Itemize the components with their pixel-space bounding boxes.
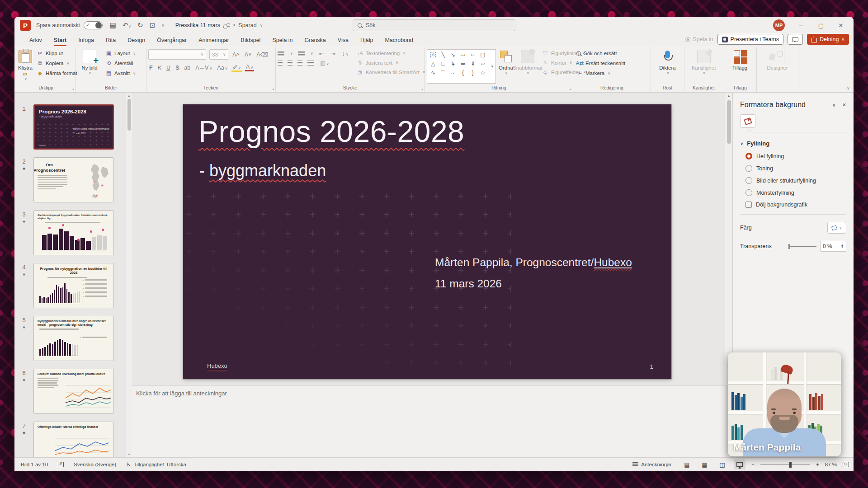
change-case-icon[interactable]: Aa∨ bbox=[216, 65, 228, 71]
decrease-indent-icon[interactable]: ⇤ bbox=[318, 50, 325, 57]
font-size-combo[interactable]: 33∨ bbox=[209, 49, 228, 60]
line-spacing-icon[interactable]: ↕∨ bbox=[341, 51, 349, 57]
maximize-button[interactable]: ▢ bbox=[811, 18, 831, 33]
layout-button[interactable]: ▣Layout∨ bbox=[104, 48, 137, 58]
fill-tab-button[interactable] bbox=[740, 114, 755, 128]
thumbnail-item-7[interactable]: 7★ Offentliga lokaler: starka offentliga… bbox=[18, 422, 126, 457]
font-dialog-launcher-icon[interactable]: ⌟ bbox=[272, 86, 274, 90]
reading-view-button[interactable]: ◫ bbox=[716, 460, 728, 469]
slide-date-line[interactable]: 11 mars 2026 bbox=[435, 277, 502, 290]
document-title-area[interactable]: Pressfika 11 mars • Sparad ∨ bbox=[175, 22, 263, 28]
zoom-out-button[interactable]: − bbox=[751, 462, 755, 467]
increase-indent-icon[interactable]: ⇥ bbox=[330, 50, 336, 57]
slide-1-thumbnail[interactable]: Prognos 2026-2028 - byggmarknaden Mårten… bbox=[33, 104, 114, 150]
thumbnail-item-2[interactable]: 2★ Om Prognoscentret ✳ ✳ ✳ bbox=[18, 157, 126, 202]
oval-shape-icon[interactable]: ○ bbox=[471, 52, 475, 58]
numbering-icon[interactable] bbox=[298, 51, 305, 56]
triangle-shape-icon[interactable]: △ bbox=[431, 61, 435, 67]
thumbnail-item-5[interactable]: 5★ Nybyggnationen minska men högre än hi… bbox=[18, 316, 126, 361]
arrange-button[interactable]: Ordna∨ bbox=[499, 48, 513, 75]
tab-macrobond[interactable]: Macrobond bbox=[380, 35, 418, 46]
panel-chevron-icon[interactable]: ∨ bbox=[832, 102, 836, 108]
right-arrow-shape-icon[interactable]: ⇒ bbox=[461, 61, 465, 67]
slide-author-line[interactable]: Mårten Pappila, Prognoscentret/Hubexo bbox=[435, 256, 632, 269]
clipboard-dialog-launcher-icon[interactable]: ⌟ bbox=[72, 86, 74, 90]
right-brace-shape-icon[interactable]: } bbox=[472, 70, 474, 76]
rounded-rect-shape-icon[interactable]: ▢ bbox=[480, 52, 485, 58]
slideshow-from-start-icon[interactable]: ⊡ bbox=[150, 21, 156, 29]
shapes-gallery-more-icon[interactable]: ▼ bbox=[489, 49, 496, 84]
scribble-shape-icon[interactable]: ∿ bbox=[431, 70, 435, 76]
redo-icon[interactable]: ↻ bbox=[137, 21, 143, 29]
addins-button[interactable]: Tillägg bbox=[728, 48, 752, 71]
notes-placeholder[interactable]: Klicka för att lägga till anteckningar bbox=[136, 390, 725, 397]
undo-icon[interactable]: ↶∨ bbox=[123, 21, 131, 29]
share-button[interactable]: Delning∨ bbox=[807, 34, 849, 45]
slide-4-thumbnail[interactable]: Prognos för nybyggnation av bostäder til… bbox=[33, 263, 114, 308]
tab-rita[interactable]: Rita bbox=[101, 35, 121, 46]
down-arrow-shape-icon[interactable]: ⇓ bbox=[471, 61, 475, 67]
transparency-slider[interactable] bbox=[788, 246, 816, 247]
slide-title[interactable]: Prognos 2026-2028 bbox=[198, 114, 464, 149]
slideshow-view-button[interactable] bbox=[734, 460, 745, 469]
font-name-combo[interactable]: ∨ bbox=[148, 49, 206, 60]
tab-arkiv[interactable]: Arkiv bbox=[24, 35, 47, 46]
slide-counter[interactable]: Bild 1 av 10 bbox=[21, 462, 48, 467]
color-dropdown-button[interactable]: ∨ bbox=[827, 222, 846, 234]
presenter-webcam[interactable]: Mårten Pappila bbox=[728, 352, 841, 456]
zoom-level[interactable]: 87 % bbox=[825, 462, 837, 467]
line-shape-icon[interactable]: ╲ bbox=[441, 52, 444, 58]
notes-toggle-button[interactable]: Anteckningar bbox=[632, 462, 671, 467]
autosave-toggle[interactable]: ✓ bbox=[84, 21, 103, 29]
tab-design[interactable]: Design bbox=[123, 35, 150, 46]
slide-7-thumbnail[interactable]: Offentliga lokaler: starka offentliga fi… bbox=[33, 422, 114, 457]
toolbar-overflow-icon[interactable]: ∨ bbox=[161, 23, 165, 28]
align-center-icon[interactable] bbox=[288, 61, 292, 66]
left-brace-shape-icon[interactable]: { bbox=[462, 70, 464, 76]
tab-animeringar[interactable]: Animeringar bbox=[193, 35, 234, 46]
star-shape-icon[interactable]: ☆ bbox=[481, 70, 486, 76]
align-right-icon[interactable] bbox=[297, 61, 302, 66]
tab-bildspel[interactable]: Bildspel bbox=[236, 35, 266, 46]
option-gradient-fill[interactable]: Toning bbox=[745, 165, 846, 172]
copy-button[interactable]: ⧉Kopiera∨ bbox=[35, 58, 79, 68]
scroll-down-icon[interactable]: ▼ bbox=[127, 453, 131, 456]
fit-to-window-icon[interactable] bbox=[843, 462, 849, 467]
rectangle-shape-icon[interactable]: ▭ bbox=[460, 52, 465, 58]
bold-icon[interactable]: F bbox=[148, 65, 154, 71]
slide-3-thumbnail[interactable]: Återhämtningen på byggmarknaden fortsätt… bbox=[33, 210, 114, 255]
justify-icon[interactable] bbox=[307, 61, 314, 66]
strikethrough-icon[interactable]: ab bbox=[183, 65, 191, 71]
tab-hjalp[interactable]: Hjälp bbox=[355, 35, 378, 46]
save-icon[interactable]: ▤ bbox=[110, 21, 116, 29]
columns-icon[interactable]: ▥∨ bbox=[319, 60, 330, 66]
slide-sorter-view-button[interactable]: ▦ bbox=[698, 460, 710, 469]
format-painter-button[interactable]: ◆Hämta format bbox=[35, 68, 79, 78]
search-box[interactable]: Sök bbox=[353, 19, 515, 31]
thumbnail-item-4[interactable]: 4★ Prognos för nybyggnation av bostäder … bbox=[18, 263, 126, 308]
font-color-icon[interactable]: A∨ bbox=[245, 64, 254, 71]
zoom-slider-knob[interactable] bbox=[789, 462, 792, 468]
language-status[interactable]: Svenska (Sverige) bbox=[74, 462, 116, 467]
slide-footer[interactable]: Hubexo bbox=[207, 362, 227, 369]
bullets-icon[interactable] bbox=[278, 51, 284, 56]
elbow-arrow-shape-icon[interactable]: ↳ bbox=[451, 61, 455, 67]
text-box-icon[interactable]: A bbox=[430, 52, 436, 57]
user-avatar[interactable]: MP bbox=[773, 19, 785, 31]
tab-granska[interactable]: Granska bbox=[300, 35, 331, 46]
thumbnail-item-1[interactable]: 1 Prognos 2026-2028 - byggmarknaden Mårt… bbox=[18, 104, 126, 150]
paragraph-dialog-launcher-icon[interactable]: ⌟ bbox=[421, 86, 423, 90]
flowchart-shape-icon[interactable]: ▱ bbox=[481, 61, 485, 67]
option-pattern-fill[interactable]: Mönsterfyllning bbox=[745, 189, 846, 196]
text-shadow-icon[interactable]: S bbox=[175, 65, 180, 71]
panel-close-icon[interactable]: ✕ bbox=[842, 102, 846, 108]
italic-icon[interactable]: K bbox=[157, 65, 162, 71]
underline-icon[interactable]: U bbox=[165, 65, 171, 71]
thumbnail-item-6[interactable]: 6★ Lokaler: blandad utveckling inom priv… bbox=[18, 369, 126, 414]
close-button[interactable]: ✕ bbox=[831, 18, 851, 33]
tab-infoga[interactable]: Infoga bbox=[73, 35, 99, 46]
normal-view-button[interactable]: ▤ bbox=[681, 460, 693, 469]
curve-shape-icon[interactable]: ～ bbox=[450, 69, 456, 77]
highlight-color-icon[interactable]: ✐∨ bbox=[231, 64, 241, 72]
minimize-button[interactable]: ─ bbox=[791, 18, 811, 33]
